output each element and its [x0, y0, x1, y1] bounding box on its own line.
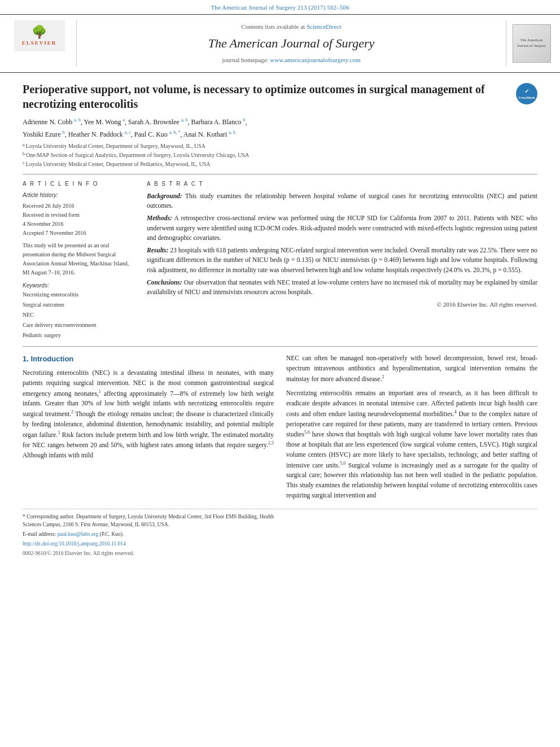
sup-3: 3 — [58, 430, 60, 435]
author-6: Heather N. Paddock a, c, — [68, 130, 134, 138]
divider-1 — [23, 174, 537, 174]
author-1: Adrienne N. Cobb a, b, — [23, 118, 84, 126]
body-columns: 1. Introduction Necrotizing enterocoliti… — [23, 353, 537, 501]
journal-header: 🌳 ELSEVIER Contents lists available at S… — [0, 14, 560, 73]
sup-1: 1 — [99, 389, 101, 394]
crossmark-label: CrossMark — [518, 95, 535, 100]
main-content: ✓ CrossMark Perioperative support, not v… — [0, 73, 560, 567]
abstract-methods: Methods: A retrospective cross-sectional… — [147, 213, 537, 243]
author-7: Paul C. Kuo a, b, *, — [134, 130, 183, 138]
sciencedirect-link[interactable]: ScienceDirect — [307, 23, 342, 30]
footnote-col-right — [286, 513, 537, 558]
body-right-para-2: Necrotizing enterocolitis remains an imp… — [286, 388, 537, 500]
abstract-results: Results: 23 hospitals with 618 patients … — [147, 246, 537, 275]
conclusions-label: Conclusions: — [147, 279, 182, 286]
history-item-4: Accepted 7 November 2016 — [23, 229, 135, 238]
elsevier-logo: 🌳 ELSEVIER — [14, 20, 65, 51]
issn-line: 0002-9610/© 2016 Elsevier Inc. All right… — [23, 549, 274, 558]
affil-3-text: Loyola University Medical Center, Depart… — [26, 160, 211, 168]
title-area: ✓ CrossMark Perioperative support, not v… — [23, 82, 537, 111]
affiliations: a Loyola University Medical Center, Depa… — [23, 142, 537, 168]
homepage-text: journal homepage: — [222, 56, 268, 63]
methods-text: A retrospective cross-sectional review w… — [147, 215, 537, 241]
results-text: 23 hospitals with 618 patients undergoin… — [147, 247, 537, 273]
author-3: Sarah A. Brownlee a, b, — [128, 118, 191, 126]
journal-ref-line: The American Journal of Surgery 213 (201… — [0, 0, 560, 14]
abstract-text: Background: This study examines the rela… — [147, 191, 537, 298]
doi-link[interactable]: http://dx.doi.org/10.1016/j.amjsurg.2016… — [23, 541, 126, 547]
elsevier-label: ELSEVIER — [22, 40, 57, 47]
abstract-background: Background: This study examines the rela… — [147, 191, 537, 211]
email-note: E-mail address: paul.kuo@luhs.org (P.C. … — [23, 530, 274, 538]
crossmark-icon: ✓ CrossMark — [516, 83, 537, 104]
abstract-column: A B S T R A C T Background: This study e… — [147, 180, 537, 340]
journal-main-title: The American Journal of Surgery — [208, 35, 375, 53]
keyword-3: NEC — [23, 310, 135, 320]
sup-56: 5,6 — [304, 430, 310, 435]
abstract-conclusions: Conclusions: Our observation that neonat… — [147, 278, 537, 298]
copyright-line: © 2016 Elsevier Inc. All rights reserved… — [147, 300, 537, 309]
journal-thumbnail: The American Journal of Surgery — [513, 24, 551, 63]
contents-line: Contents lists available at ScienceDirec… — [241, 23, 341, 31]
background-label: Background: — [147, 193, 182, 199]
doi-line: http://dx.doi.org/10.1016/j.amjsurg.2016… — [23, 540, 274, 548]
history-item-3: 4 November 2016 — [23, 220, 135, 229]
authors-line-2: Yoshiki Ezure b, Heather N. Paddock a, c… — [23, 129, 537, 139]
journal-title-area: Contents lists available at ScienceDirec… — [77, 20, 506, 67]
footnote-area: * Corresponding author. Department of Su… — [23, 509, 537, 558]
abstract-label: A B S T R A C T — [147, 180, 537, 188]
author-8: Anai N. Kothari a, b — [183, 130, 235, 138]
sup-23: 2,3 — [268, 440, 274, 445]
elsevier-branding: 🌳 ELSEVIER — [9, 20, 77, 67]
author-4: Barbara A. Blanco b, — [191, 118, 247, 126]
email-label: E-mail address: — [23, 531, 56, 537]
author-5: Yoshiki Ezure b, — [23, 130, 68, 138]
article-info-column: A R T I C L E I N F O Article history: R… — [23, 180, 135, 340]
homepage-link[interactable]: www.americanjournalofsurgery.com — [270, 56, 360, 63]
body-content: 1. Introduction Necrotizing enterocoliti… — [23, 353, 537, 501]
keyword-2: Surgical outcomes — [23, 300, 135, 310]
results-label: Results: — [147, 247, 168, 254]
conclusions-text: Our observation that neonates with NEC t… — [147, 279, 537, 295]
intro-para-1: Necrotizing enterocolitis (NEC) is a dev… — [23, 368, 274, 461]
sup-2b: 2 — [382, 374, 384, 379]
footnote-col: * Corresponding author. Department of Su… — [23, 513, 274, 558]
intro-heading: 1. Introduction — [23, 353, 274, 365]
author-2: Yee M. Wong a, — [84, 118, 128, 126]
affil-1: a Loyola University Medical Center, Depa… — [23, 142, 537, 150]
keywords-list: Necrotizing enterocolitis Surgical outco… — [23, 290, 135, 340]
email-link[interactable]: paul.kuo@luhs.org — [58, 531, 98, 537]
body-col-left: 1. Introduction Necrotizing enterocoliti… — [23, 353, 274, 501]
history-item-1: Received 26 July 2016 — [23, 202, 135, 211]
affil-2-text: One:MAP Section of Surgical Analytics, D… — [26, 151, 249, 159]
keyword-1: Necrotizing enterocolitis — [23, 290, 135, 300]
affil-1-text: Loyola University Medical Center, Depart… — [26, 142, 205, 150]
journal-ref-text: The American Journal of Surgery 213 (201… — [211, 4, 349, 11]
methods-label: Methods: — [147, 215, 172, 221]
footnote-columns: * Corresponding author. Department of Su… — [23, 513, 537, 558]
affil-3: c Loyola University Medical Center, Depa… — [23, 160, 537, 168]
thumbnail-text: The American Journal of Surgery — [515, 38, 549, 49]
article-title: Perioperative support, not volume, is ne… — [23, 82, 537, 111]
background-text: This study examines the relationship bet… — [147, 193, 537, 209]
keywords-label: Keywords: — [23, 282, 135, 290]
article-info-label: A R T I C L E I N F O — [23, 180, 135, 188]
presentation-note: This study will be presented as an oral … — [23, 241, 135, 277]
crossmark-badge: ✓ CrossMark — [516, 83, 537, 104]
info-abstract-columns: A R T I C L E I N F O Article history: R… — [23, 180, 537, 340]
body-right-para-1: NEC can often be managed non-operatively… — [286, 353, 537, 384]
sup-4: 4 — [454, 409, 457, 414]
authors-line: Adrienne N. Cobb a, b, Yee M. Wong a, Sa… — [23, 117, 537, 127]
tree-icon: 🌳 — [32, 26, 47, 38]
history-text: Received 26 July 2016 Received in revise… — [23, 202, 135, 238]
history-label: Article history: — [23, 191, 135, 199]
corresponding-author-note: * Corresponding author. Department of Su… — [23, 513, 274, 529]
keyword-4: Care delivery microenvironment — [23, 320, 135, 330]
journal-thumbnail-area: The American Journal of Surgery — [506, 20, 551, 67]
history-item-2: Received in revised form — [23, 211, 135, 220]
body-col-right: NEC can often be managed non-operatively… — [286, 353, 537, 501]
divider-2 — [23, 346, 537, 347]
homepage-line: journal homepage: www.americanjournalofs… — [222, 56, 360, 64]
sup-2: 2 — [71, 409, 73, 414]
contents-text: Contents lists available at — [241, 23, 305, 30]
